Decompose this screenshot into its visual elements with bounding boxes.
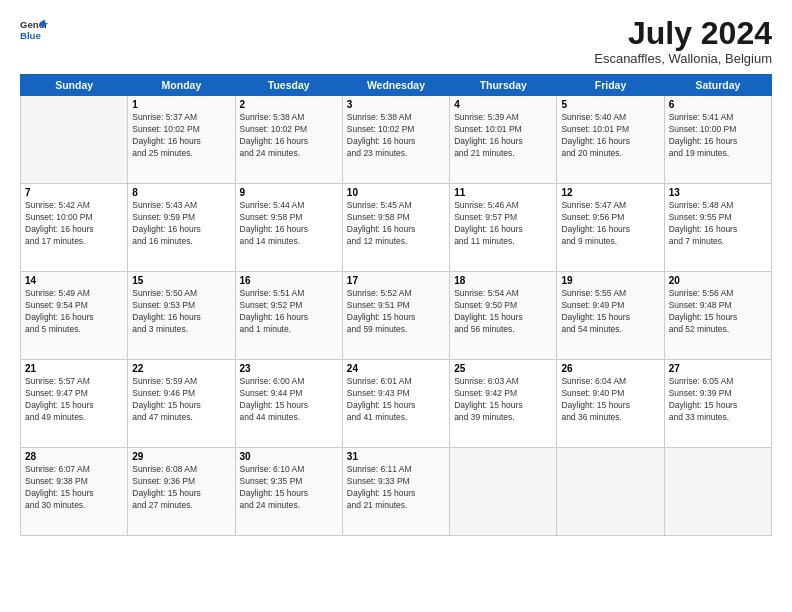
- header: General Blue July 2024 Escanaffles, Wall…: [20, 16, 772, 66]
- day-info: Sunrise: 6:05 AM Sunset: 9:39 PM Dayligh…: [669, 376, 767, 424]
- day-number: 17: [347, 275, 445, 286]
- day-info: Sunrise: 5:40 AM Sunset: 10:01 PM Daylig…: [561, 112, 659, 160]
- day-info: Sunrise: 5:49 AM Sunset: 9:54 PM Dayligh…: [25, 288, 123, 336]
- day-info: Sunrise: 6:01 AM Sunset: 9:43 PM Dayligh…: [347, 376, 445, 424]
- day-number: 31: [347, 451, 445, 462]
- calendar-week-row: 14Sunrise: 5:49 AM Sunset: 9:54 PM Dayli…: [21, 272, 772, 360]
- calendar-week-row: 7Sunrise: 5:42 AM Sunset: 10:00 PM Dayli…: [21, 184, 772, 272]
- day-info: Sunrise: 5:44 AM Sunset: 9:58 PM Dayligh…: [240, 200, 338, 248]
- day-info: Sunrise: 6:03 AM Sunset: 9:42 PM Dayligh…: [454, 376, 552, 424]
- day-number: 7: [25, 187, 123, 198]
- day-number: 23: [240, 363, 338, 374]
- table-row: 3Sunrise: 5:38 AM Sunset: 10:02 PM Dayli…: [342, 96, 449, 184]
- day-info: Sunrise: 5:38 AM Sunset: 10:02 PM Daylig…: [240, 112, 338, 160]
- day-info: Sunrise: 5:59 AM Sunset: 9:46 PM Dayligh…: [132, 376, 230, 424]
- calendar-week-row: 21Sunrise: 5:57 AM Sunset: 9:47 PM Dayli…: [21, 360, 772, 448]
- table-row: 16Sunrise: 5:51 AM Sunset: 9:52 PM Dayli…: [235, 272, 342, 360]
- location: Escanaffles, Wallonia, Belgium: [594, 51, 772, 66]
- day-number: 8: [132, 187, 230, 198]
- table-row: 2Sunrise: 5:38 AM Sunset: 10:02 PM Dayli…: [235, 96, 342, 184]
- table-row: [450, 448, 557, 536]
- day-number: 28: [25, 451, 123, 462]
- table-row: 8Sunrise: 5:43 AM Sunset: 9:59 PM Daylig…: [128, 184, 235, 272]
- day-number: 18: [454, 275, 552, 286]
- day-info: Sunrise: 5:46 AM Sunset: 9:57 PM Dayligh…: [454, 200, 552, 248]
- day-info: Sunrise: 5:42 AM Sunset: 10:00 PM Daylig…: [25, 200, 123, 248]
- day-number: 14: [25, 275, 123, 286]
- col-saturday: Saturday: [664, 75, 771, 96]
- svg-text:Blue: Blue: [20, 30, 41, 41]
- table-row: 4Sunrise: 5:39 AM Sunset: 10:01 PM Dayli…: [450, 96, 557, 184]
- day-info: Sunrise: 6:11 AM Sunset: 9:33 PM Dayligh…: [347, 464, 445, 512]
- table-row: 15Sunrise: 5:50 AM Sunset: 9:53 PM Dayli…: [128, 272, 235, 360]
- table-row: [664, 448, 771, 536]
- table-row: 1Sunrise: 5:37 AM Sunset: 10:02 PM Dayli…: [128, 96, 235, 184]
- month-year: July 2024: [594, 16, 772, 51]
- day-number: 2: [240, 99, 338, 110]
- day-info: Sunrise: 5:38 AM Sunset: 10:02 PM Daylig…: [347, 112, 445, 160]
- day-info: Sunrise: 5:43 AM Sunset: 9:59 PM Dayligh…: [132, 200, 230, 248]
- table-row: 20Sunrise: 5:56 AM Sunset: 9:48 PM Dayli…: [664, 272, 771, 360]
- table-row: 31Sunrise: 6:11 AM Sunset: 9:33 PM Dayli…: [342, 448, 449, 536]
- calendar-table: Sunday Monday Tuesday Wednesday Thursday…: [20, 74, 772, 536]
- table-row: [21, 96, 128, 184]
- day-number: 13: [669, 187, 767, 198]
- day-info: Sunrise: 5:39 AM Sunset: 10:01 PM Daylig…: [454, 112, 552, 160]
- table-row: 24Sunrise: 6:01 AM Sunset: 9:43 PM Dayli…: [342, 360, 449, 448]
- day-info: Sunrise: 5:56 AM Sunset: 9:48 PM Dayligh…: [669, 288, 767, 336]
- table-row: 26Sunrise: 6:04 AM Sunset: 9:40 PM Dayli…: [557, 360, 664, 448]
- col-thursday: Thursday: [450, 75, 557, 96]
- calendar-week-row: 28Sunrise: 6:07 AM Sunset: 9:38 PM Dayli…: [21, 448, 772, 536]
- day-info: Sunrise: 5:55 AM Sunset: 9:49 PM Dayligh…: [561, 288, 659, 336]
- day-info: Sunrise: 5:54 AM Sunset: 9:50 PM Dayligh…: [454, 288, 552, 336]
- day-info: Sunrise: 5:52 AM Sunset: 9:51 PM Dayligh…: [347, 288, 445, 336]
- day-number: 9: [240, 187, 338, 198]
- table-row: 7Sunrise: 5:42 AM Sunset: 10:00 PM Dayli…: [21, 184, 128, 272]
- table-row: 5Sunrise: 5:40 AM Sunset: 10:01 PM Dayli…: [557, 96, 664, 184]
- day-info: Sunrise: 5:57 AM Sunset: 9:47 PM Dayligh…: [25, 376, 123, 424]
- day-number: 19: [561, 275, 659, 286]
- table-row: 17Sunrise: 5:52 AM Sunset: 9:51 PM Dayli…: [342, 272, 449, 360]
- table-row: 13Sunrise: 5:48 AM Sunset: 9:55 PM Dayli…: [664, 184, 771, 272]
- day-number: 25: [454, 363, 552, 374]
- table-row: [557, 448, 664, 536]
- day-info: Sunrise: 6:00 AM Sunset: 9:44 PM Dayligh…: [240, 376, 338, 424]
- day-info: Sunrise: 5:37 AM Sunset: 10:02 PM Daylig…: [132, 112, 230, 160]
- table-row: 25Sunrise: 6:03 AM Sunset: 9:42 PM Dayli…: [450, 360, 557, 448]
- day-number: 4: [454, 99, 552, 110]
- col-sunday: Sunday: [21, 75, 128, 96]
- col-wednesday: Wednesday: [342, 75, 449, 96]
- day-number: 30: [240, 451, 338, 462]
- day-number: 26: [561, 363, 659, 374]
- day-info: Sunrise: 5:47 AM Sunset: 9:56 PM Dayligh…: [561, 200, 659, 248]
- day-info: Sunrise: 6:10 AM Sunset: 9:35 PM Dayligh…: [240, 464, 338, 512]
- page: General Blue July 2024 Escanaffles, Wall…: [0, 0, 792, 612]
- col-tuesday: Tuesday: [235, 75, 342, 96]
- calendar-week-row: 1Sunrise: 5:37 AM Sunset: 10:02 PM Dayli…: [21, 96, 772, 184]
- day-info: Sunrise: 5:48 AM Sunset: 9:55 PM Dayligh…: [669, 200, 767, 248]
- calendar-header-row: Sunday Monday Tuesday Wednesday Thursday…: [21, 75, 772, 96]
- day-number: 16: [240, 275, 338, 286]
- table-row: 14Sunrise: 5:49 AM Sunset: 9:54 PM Dayli…: [21, 272, 128, 360]
- day-number: 15: [132, 275, 230, 286]
- day-number: 3: [347, 99, 445, 110]
- col-friday: Friday: [557, 75, 664, 96]
- day-number: 20: [669, 275, 767, 286]
- title-block: July 2024 Escanaffles, Wallonia, Belgium: [594, 16, 772, 66]
- day-info: Sunrise: 5:50 AM Sunset: 9:53 PM Dayligh…: [132, 288, 230, 336]
- day-info: Sunrise: 5:51 AM Sunset: 9:52 PM Dayligh…: [240, 288, 338, 336]
- day-number: 6: [669, 99, 767, 110]
- day-info: Sunrise: 6:04 AM Sunset: 9:40 PM Dayligh…: [561, 376, 659, 424]
- table-row: 19Sunrise: 5:55 AM Sunset: 9:49 PM Dayli…: [557, 272, 664, 360]
- day-info: Sunrise: 6:08 AM Sunset: 9:36 PM Dayligh…: [132, 464, 230, 512]
- day-number: 27: [669, 363, 767, 374]
- day-number: 10: [347, 187, 445, 198]
- table-row: 6Sunrise: 5:41 AM Sunset: 10:00 PM Dayli…: [664, 96, 771, 184]
- day-info: Sunrise: 6:07 AM Sunset: 9:38 PM Dayligh…: [25, 464, 123, 512]
- day-number: 12: [561, 187, 659, 198]
- day-number: 1: [132, 99, 230, 110]
- table-row: 12Sunrise: 5:47 AM Sunset: 9:56 PM Dayli…: [557, 184, 664, 272]
- day-number: 11: [454, 187, 552, 198]
- col-monday: Monday: [128, 75, 235, 96]
- table-row: 22Sunrise: 5:59 AM Sunset: 9:46 PM Dayli…: [128, 360, 235, 448]
